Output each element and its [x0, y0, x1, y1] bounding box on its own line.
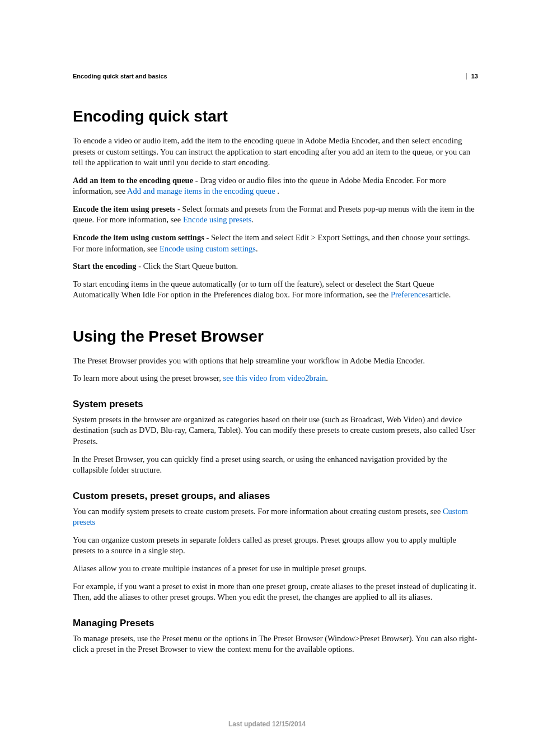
text: To learn more about using the preset bro…	[73, 374, 223, 382]
paragraph: To learn more about using the preset bro…	[73, 373, 478, 384]
paragraph: You can modify system presets to create …	[73, 506, 478, 528]
footer-last-updated: Last updated 12/15/2014	[0, 720, 534, 728]
heading-encoding-quick-start: Encoding quick start	[73, 108, 478, 125]
text: .	[256, 244, 258, 253]
paragraph: Encode the item using presets - Select f…	[73, 204, 478, 226]
paragraph: Add an item to the encoding queue - Drag…	[73, 175, 478, 197]
paragraph: To start encoding items in the queue aut…	[73, 279, 478, 301]
text: .	[277, 186, 279, 195]
term-encode-custom: Encode the item using custom settings -	[73, 233, 211, 242]
paragraph: To encode a video or audio item, add the…	[73, 136, 478, 169]
text: .	[326, 374, 328, 382]
text: To start encoding items in the queue aut…	[73, 279, 434, 300]
paragraph: Start the encoding - Click the Start Que…	[73, 261, 478, 272]
text: Click the Start Queue button.	[143, 262, 238, 270]
paragraph: The Preset Browser provides you with opt…	[73, 356, 478, 367]
link-video2brain[interactable]: see this video from video2brain	[223, 374, 326, 382]
heading-using-preset-browser: Using the Preset Browser	[73, 328, 478, 346]
link-encode-using-presets[interactable]: Encode using presets	[183, 215, 251, 224]
paragraph: System presets in the browser are organi…	[73, 414, 478, 447]
paragraph: To manage presets, use the Preset menu o…	[73, 633, 478, 655]
paragraph: You can organize custom presets in separ…	[73, 535, 478, 557]
term-start-encoding: Start the encoding -	[73, 262, 143, 270]
text: .	[251, 215, 254, 224]
running-header: Encoding quick start and basics	[73, 73, 478, 80]
paragraph: In the Preset Browser, you can quickly f…	[73, 454, 478, 476]
link-encode-custom-settings[interactable]: Encode using custom settings	[160, 244, 256, 253]
text: article.	[429, 290, 451, 299]
heading-custom-presets: Custom presets, preset groups, and alias…	[73, 491, 478, 502]
paragraph: Aliases allow you to create multiple ins…	[73, 563, 478, 575]
term-add-item: Add an item to the encoding queue -	[73, 176, 200, 185]
heading-managing-presets: Managing Presets	[73, 618, 478, 629]
page-number: 13	[466, 73, 478, 80]
text: You can modify system presets to create …	[73, 507, 443, 516]
heading-system-presets: System presets	[73, 399, 478, 410]
paragraph: Encode the item using custom settings - …	[73, 232, 478, 254]
paragraph: For example, if you want a preset to exi…	[73, 581, 478, 603]
link-preferences[interactable]: Preferences	[391, 290, 429, 299]
term-encode-presets: Encode the item using presets -	[73, 204, 182, 213]
link-add-manage-queue[interactable]: Add and manage items in the encoding que…	[127, 186, 277, 195]
